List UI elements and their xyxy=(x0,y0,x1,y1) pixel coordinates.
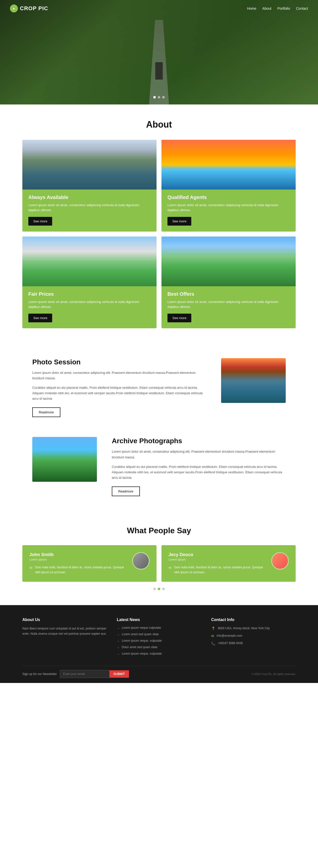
card-img-sunset xyxy=(162,140,296,189)
photo-session-text1: Lorem ipsum dolor sit amet, consectetur … xyxy=(32,370,206,381)
footer-news-link-3[interactable]: Lorem ipsum neque, vulputate xyxy=(122,639,162,643)
news-arrow-3: → xyxy=(117,640,120,643)
photo-lake-image xyxy=(221,358,286,403)
testimonial-avatar-2 xyxy=(271,552,289,569)
footer-grid: About Us Nam libero tempore cum voluptat… xyxy=(22,618,296,658)
location-icon: 📍 xyxy=(211,626,215,630)
photo-session-section: Photo Session Lorem ipsum dolor sit amet… xyxy=(0,343,318,432)
testimonial-content-2: Jecy Deoco Lorem Ipsum " Duis nulla null… xyxy=(169,552,267,575)
email-icon: ✉ xyxy=(211,634,214,638)
about-card-fair-prices: Fair Prices Lorem ipsum dolor sit amet, … xyxy=(22,237,156,328)
footer-news-link-4[interactable]: Dolor amet sed quam vitae xyxy=(122,645,157,649)
footer-email: info@example.com xyxy=(217,633,242,638)
see-more-btn-2[interactable]: See more xyxy=(168,217,191,225)
quote-icon-1: " xyxy=(29,566,33,575)
card-img-snow xyxy=(22,237,156,286)
footer-news-link-1[interactable]: Lorem ipsum neque vulputate xyxy=(122,626,161,629)
nav-portfolio[interactable]: Portfolio xyxy=(277,6,290,10)
footer-bottom: Sign up for our Newsletter SUBMIT © 2024… xyxy=(22,666,296,678)
hero-section: ● CROP PIC Home About Portfolio Contact xyxy=(0,0,318,104)
footer-contact-col: Contact Info 📍 8000 USA, Honey block, Ne… xyxy=(211,618,296,658)
testimonial-avatar-1 xyxy=(132,552,149,569)
news-arrow-1: → xyxy=(117,626,120,630)
testimonial-content-1: John Smith Lorem Ipsum " Duis nulla null… xyxy=(29,552,128,575)
footer-news-item-1: → Lorem ipsum neque vulputate xyxy=(117,626,201,630)
hero-figure xyxy=(155,62,163,80)
footer-address-item: 📍 8000 USA, Honey block, New York City xyxy=(211,626,296,630)
footer-copyright: © 2024 Crop Pic. All rights reserved. xyxy=(252,673,296,676)
testimonial-text-1: Duis nulla nulla, faucibus id diam ac, l… xyxy=(35,565,124,574)
nav-home[interactable]: Home xyxy=(247,6,256,10)
footer-news-item-4: → Dolor amet sed quam vitae xyxy=(117,645,201,649)
archive-lake-image xyxy=(32,437,97,482)
avatar-img-2 xyxy=(272,553,288,569)
hero-dot-1[interactable] xyxy=(153,96,156,98)
testimonials-section: What People Say John Smith Lorem Ipsum "… xyxy=(0,511,318,605)
testimonial-card-2: Jecy Deoco Lorem Ipsum " Duis nulla null… xyxy=(162,545,296,582)
phone-icon: 📞 xyxy=(211,642,215,645)
card-body-2: Qualified Agents Lorem ipsum dolor sit a… xyxy=(162,189,296,231)
archive-content: Archive Photographs Lorem ipsum dolor si… xyxy=(112,437,286,496)
footer-news-link-2[interactable]: Lorem amet sed quam vitae xyxy=(122,632,159,636)
footer-news-item-2: → Lorem amet sed quam vitae xyxy=(117,632,201,637)
footer-about-text: Nam libero tempore cum voluptate id aut … xyxy=(22,626,107,636)
card-title-4: Best Offers xyxy=(168,291,290,297)
photo-session-text2: Curabitur aliquet eu dui placerat mattis… xyxy=(32,385,206,401)
card-img-hikers xyxy=(162,237,296,286)
card-title-2: Qualified Agents xyxy=(168,194,290,200)
testimonial-text-wrap-2: " Duis nulla nulla, faucibus id diam ac,… xyxy=(169,565,267,575)
testimonial-name-2: Jecy Deoco xyxy=(169,552,267,557)
newsletter-submit-btn[interactable]: SUBMIT xyxy=(110,670,129,678)
testimonial-card-1: John Smith Lorem Ipsum " Duis nulla null… xyxy=(22,545,156,582)
card-text-3: Lorem ipsum dolor sit amet, consectetur … xyxy=(28,300,150,309)
footer-contact-title: Contact Info xyxy=(211,618,296,622)
see-more-btn-4[interactable]: See more xyxy=(168,314,191,322)
news-arrow-5: → xyxy=(117,652,120,656)
about-card-always-available: Always Available Lorem ipsum dolor sit a… xyxy=(22,140,156,231)
newsletter-input[interactable] xyxy=(60,670,110,678)
card-text-2: Lorem ipsum dolor sit amet, consectetur … xyxy=(168,203,290,212)
footer: About Us Nam libero tempore cum voluptat… xyxy=(0,605,318,683)
footer-phone: +09187 8086 9438 xyxy=(218,641,243,645)
footer-about-col: About Us Nam libero tempore cum voluptat… xyxy=(22,618,107,658)
testimonial-dot-2[interactable] xyxy=(158,588,160,590)
logo[interactable]: ● CROP PIC xyxy=(10,4,48,12)
archive-readmore-btn[interactable]: Readmore xyxy=(112,487,140,496)
testimonial-role-1: Lorem Ipsum xyxy=(29,558,128,561)
nav-contact[interactable]: Contact xyxy=(296,6,308,10)
footer-phone-item: 📞 +09187 8086 9438 xyxy=(211,641,296,645)
photo-session-readmore-btn[interactable]: Readmore xyxy=(32,407,60,417)
logo-text: CROP PIC xyxy=(20,5,48,12)
see-more-btn-3[interactable]: See more xyxy=(28,314,52,322)
footer-news-item-5: → Lorem ipsum neque, vulputate xyxy=(117,652,201,656)
see-more-btn-1[interactable]: See more xyxy=(28,217,52,225)
hero-dot-2[interactable] xyxy=(158,96,160,98)
news-arrow-4: → xyxy=(117,646,120,649)
testimonial-role-2: Lorem Ipsum xyxy=(169,558,267,561)
photo-session-title: Photo Session xyxy=(32,358,206,366)
about-card-qualified-agents: Qualified Agents Lorem ipsum dolor sit a… xyxy=(162,140,296,231)
about-grid: Always Available Lorem ipsum dolor sit a… xyxy=(22,140,296,328)
footer-news-link-5[interactable]: Lorem ipsum neque, vulputate xyxy=(122,652,162,655)
testimonial-dot-3[interactable] xyxy=(162,588,165,590)
card-text-1: Lorem ipsum dolor sit amet, consectetur … xyxy=(28,203,150,212)
about-section: About Always Available Lorem ipsum dolor… xyxy=(0,104,318,343)
newsletter-label: Sign up for our Newsletter xyxy=(22,672,57,676)
photo-session-content: Photo Session Lorem ipsum dolor sit amet… xyxy=(32,358,206,417)
card-title-1: Always Available xyxy=(28,194,150,200)
testimonial-name-1: John Smith xyxy=(29,552,128,557)
archive-section: Archive Photographs Lorem ipsum dolor si… xyxy=(0,432,318,511)
photo-session-image xyxy=(221,358,286,403)
nav-about[interactable]: About xyxy=(262,6,272,10)
card-img-mountain xyxy=(22,140,156,189)
archive-title: Archive Photographs xyxy=(112,437,286,445)
card-body-3: Fair Prices Lorem ipsum dolor sit amet, … xyxy=(22,286,156,328)
testimonials-grid: John Smith Lorem Ipsum " Duis nulla null… xyxy=(22,545,296,582)
logo-icon: ● xyxy=(10,4,18,12)
newsletter-form: Sign up for our Newsletter SUBMIT xyxy=(22,670,129,678)
testimonials-dots xyxy=(10,588,308,590)
news-arrow-2: → xyxy=(117,633,120,637)
testimonial-dot-1[interactable] xyxy=(153,588,156,590)
hero-dot-3[interactable] xyxy=(162,96,165,98)
footer-news-item-3: → Lorem ipsum neque, vulputate xyxy=(117,639,201,643)
